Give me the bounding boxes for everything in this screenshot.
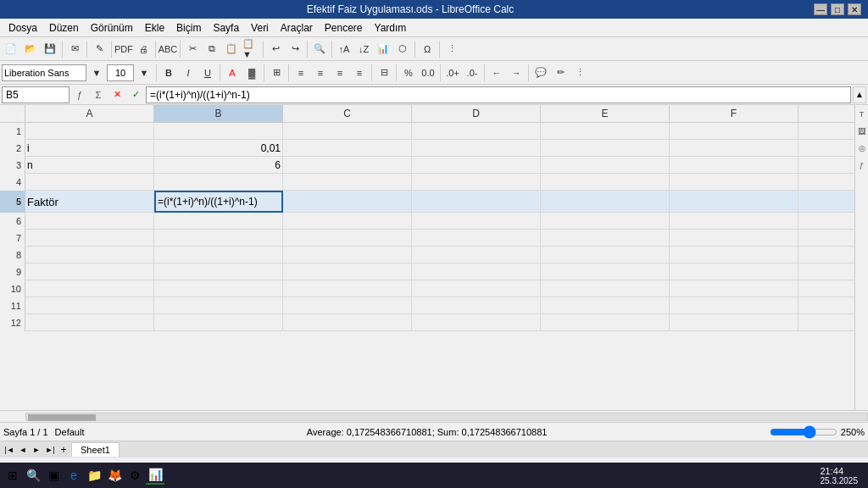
menu-pencere[interactable]: Pencere [320, 20, 368, 36]
borders-button[interactable]: ⊞ [267, 64, 286, 82]
cell-a4[interactable] [25, 174, 154, 191]
cell-d5[interactable] [412, 191, 541, 213]
firefox-icon[interactable]: 🦊 [105, 466, 124, 485]
align-left-button[interactable]: ≡ [292, 64, 310, 82]
charts-button[interactable]: 📊 [374, 40, 392, 58]
cut-button[interactable]: ✂ [183, 40, 202, 58]
menu-araclar[interactable]: Araçlar [275, 20, 318, 36]
sort-desc-button[interactable]: ↓Z [354, 40, 373, 58]
cell-e1[interactable] [541, 123, 670, 140]
cell-b9[interactable] [154, 263, 283, 280]
cell-c8[interactable] [283, 247, 412, 263]
minimize-button[interactable]: — [814, 3, 827, 15]
cell-c3[interactable] [283, 157, 412, 174]
align-right-button[interactable]: ≡ [331, 64, 349, 82]
taskview-icon[interactable]: ▣ [44, 466, 63, 485]
cell-f9[interactable] [670, 263, 798, 280]
font-size-input[interactable]: 10 [107, 64, 134, 81]
dec-decimal-button[interactable]: .0- [463, 64, 481, 82]
sort-asc-button[interactable]: ↑A [335, 40, 353, 58]
more-buttons[interactable]: ⋮ [442, 40, 461, 58]
col-header-b[interactable]: B [154, 105, 283, 122]
font-name-input[interactable]: Liberation Sans [2, 64, 86, 81]
highlight-color-button[interactable]: ▓ [242, 64, 261, 82]
font-size-dropdown[interactable]: ▼ [135, 64, 153, 82]
cell-b5[interactable]: =(i*(1+i)^n)/((1+i)^n-1) [154, 191, 283, 213]
cell-b3[interactable]: 6 [154, 157, 283, 174]
add-sheet-button[interactable]: + [58, 444, 70, 456]
cell-d7[interactable] [412, 230, 541, 247]
spellcheck-button[interactable]: ABC [159, 40, 177, 58]
col-header-f[interactable]: F [670, 105, 798, 122]
cell-a9[interactable] [25, 263, 154, 280]
inc-decimal-button[interactable]: .0+ [443, 64, 462, 82]
font-name-dropdown[interactable]: ▼ [87, 64, 106, 82]
gallery-panel-icon[interactable]: 🖼 [856, 125, 868, 137]
italic-button[interactable]: I [179, 64, 198, 82]
undo-button[interactable]: ↩ [266, 40, 285, 58]
paste-button[interactable]: 📋 [222, 40, 241, 58]
cell-e9[interactable] [541, 263, 670, 280]
cell-e12[interactable] [541, 314, 670, 331]
prev-sheet-button[interactable]: ◄ [17, 444, 29, 456]
cell-d10[interactable] [412, 280, 541, 297]
cell-b6[interactable] [154, 213, 283, 230]
pdf-button[interactable]: PDF [114, 40, 133, 58]
cell-e3[interactable] [541, 157, 670, 174]
cell-f8[interactable] [670, 247, 798, 263]
formula-input[interactable]: =(i*(1+i)^n)/((1+i)^n-1) [146, 86, 851, 103]
cell-d8[interactable] [412, 247, 541, 263]
cell-a12[interactable] [25, 314, 154, 331]
cell-e5[interactable] [541, 191, 670, 213]
cell-e8[interactable] [541, 247, 670, 263]
redo-button[interactable]: ↪ [286, 40, 304, 58]
cell-e11[interactable] [541, 297, 670, 314]
scrollbar-thumb[interactable] [28, 414, 96, 421]
menu-gorunum[interactable]: Görünüm [86, 20, 138, 36]
cell-c4[interactable] [283, 174, 412, 191]
cell-f12[interactable] [670, 314, 798, 331]
cell-d3[interactable] [412, 157, 541, 174]
cell-b2[interactable]: 0,01 [154, 140, 283, 157]
cell-d12[interactable] [412, 314, 541, 331]
edge-icon[interactable]: e [64, 466, 83, 485]
email-button[interactable]: ✉ [65, 40, 84, 58]
menu-sayfa[interactable]: Sayfa [208, 20, 244, 36]
navigator-panel-icon[interactable]: ◎ [856, 142, 868, 154]
start-button[interactable]: ⊞ [3, 466, 22, 485]
cell-b8[interactable] [154, 247, 283, 263]
cell-e10[interactable] [541, 280, 670, 297]
cell-e2[interactable] [541, 140, 670, 157]
cell-c7[interactable] [283, 230, 412, 247]
font-color-button[interactable]: A [223, 64, 242, 82]
next-sheet-button[interactable]: ► [31, 444, 42, 456]
cell-a11[interactable] [25, 297, 154, 314]
align-center-button[interactable]: ≡ [311, 64, 330, 82]
cell-b7[interactable] [154, 230, 283, 247]
functions-panel-icon[interactable]: ƒ [856, 159, 868, 171]
cell-a7[interactable] [25, 230, 154, 247]
maximize-button[interactable]: □ [831, 3, 844, 15]
cell-f3[interactable] [670, 157, 798, 174]
cell-b1[interactable] [154, 123, 283, 140]
underline-button[interactable]: U [198, 64, 217, 82]
more-fmt-buttons[interactable]: ⋮ [570, 64, 589, 82]
settings-icon[interactable]: ⚙ [125, 466, 144, 485]
shapes-button[interactable]: ⬡ [393, 40, 412, 58]
menu-duzen[interactable]: Düzen [44, 20, 84, 36]
menu-yardim[interactable]: Yardım [370, 20, 412, 36]
new-button[interactable]: 📄 [2, 40, 20, 58]
cell-b4[interactable] [154, 174, 283, 191]
align-justify-button[interactable]: ≡ [350, 64, 369, 82]
format-num-button[interactable]: 0.0 [419, 64, 437, 82]
function-wizard-button[interactable]: ƒ [71, 86, 88, 103]
cell-e6[interactable] [541, 213, 670, 230]
cell-f5[interactable] [670, 191, 798, 213]
indent-less-button[interactable]: ← [487, 64, 506, 82]
cell-f2[interactable] [670, 140, 798, 157]
cell-d1[interactable] [412, 123, 541, 140]
sum-button[interactable]: Σ [90, 86, 107, 103]
cell-a8[interactable] [25, 247, 154, 263]
cell-d11[interactable] [412, 297, 541, 314]
cell-b10[interactable] [154, 280, 283, 297]
